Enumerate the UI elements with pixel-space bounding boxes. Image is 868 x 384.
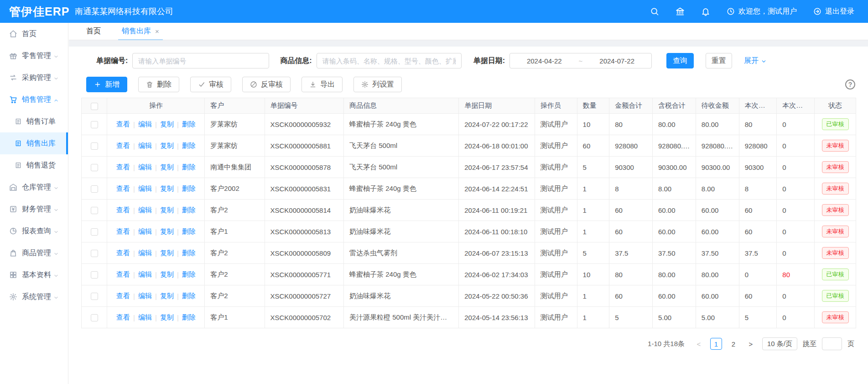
search-button[interactable]: 查询 [666,53,694,68]
close-icon[interactable]: × [155,27,159,35]
expand-link[interactable]: 展开 [744,56,767,66]
next-page-button[interactable]: > [745,338,757,350]
date-start[interactable]: 2024-04-22 [527,57,562,65]
download-button[interactable]: 导出 [301,77,343,92]
row-action-view[interactable]: 查看 [116,163,130,172]
row-checkbox[interactable] [91,207,98,214]
row-checkbox[interactable] [91,185,98,193]
row-checkbox[interactable] [91,293,98,300]
row-action-copy[interactable]: 复制 [160,227,174,236]
row-action-view[interactable]: 查看 [116,270,130,279]
ban-button[interactable]: 反审核 [242,77,291,92]
row-action-delete[interactable]: 删除 [182,292,196,300]
sidebar-item-report[interactable]: 报表查询 [0,220,68,242]
row-action-edit[interactable]: 编辑 [138,313,152,322]
row-action-copy[interactable]: 复制 [160,206,174,215]
gear-icon [361,81,369,88]
row-action-copy[interactable]: 复制 [160,184,174,193]
plus-icon [94,81,101,88]
reset-button[interactable]: 重置 [706,53,732,68]
sidebar-item-finance[interactable]: 财务管理 [0,198,68,220]
row-action-edit[interactable]: 编辑 [138,163,152,172]
row-action-view[interactable]: 查看 [116,206,130,215]
page-number-2[interactable]: 2 [728,338,739,350]
doc-no-input[interactable] [132,53,269,68]
help-icon[interactable]: ? [845,79,855,89]
date-range-picker[interactable]: 2024-04-22 ~ 2024-07-22 [509,53,652,68]
sidebar-subitem[interactable]: 销售订单 [0,110,68,132]
row-action-view[interactable]: 查看 [116,120,130,129]
bell-icon[interactable] [701,7,710,16]
logout-button[interactable]: 退出登录 [813,7,854,16]
row-action-delete[interactable]: 删除 [182,142,196,150]
row-checkbox[interactable] [91,314,98,321]
row-action-view[interactable]: 查看 [116,184,130,193]
row-action-view[interactable]: 查看 [116,227,130,236]
row-checkbox[interactable] [91,142,98,150]
plus-button[interactable]: 新增 [86,77,127,92]
row-checkbox[interactable] [91,271,98,279]
row-action-delete[interactable]: 删除 [182,163,196,172]
page-size-select[interactable]: 10 条/页 [762,337,797,350]
sidebar-item-retail[interactable]: 零售管理 [0,45,68,67]
sidebar-item-cart[interactable]: 销售管理 [0,89,68,110]
row-action-view[interactable]: 查看 [116,142,130,150]
row-action-edit[interactable]: 编辑 [138,206,152,215]
row-action-view[interactable]: 查看 [116,249,130,258]
check-button[interactable]: 审核 [190,77,231,92]
row-action-copy[interactable]: 复制 [160,142,174,150]
sidebar-item-goods[interactable]: 商品管理 [0,242,68,264]
row-action-edit[interactable]: 编辑 [138,249,152,258]
row-action-delete[interactable]: 删除 [182,120,196,129]
tab-home[interactable]: 首页 [86,23,101,40]
sidebar-item-system[interactable]: 系统管理 [0,286,68,308]
search-icon[interactable] [650,7,659,16]
row-action-edit[interactable]: 编辑 [138,292,152,300]
sidebar-subitem[interactable]: 销售退货 [0,154,68,176]
row-action-view[interactable]: 查看 [116,313,130,322]
row-action-delete[interactable]: 删除 [182,227,196,236]
sidebar-item-purchase[interactable]: 采购管理 [0,67,68,89]
row-checkbox[interactable] [91,164,98,171]
cell-debt: 0 [777,157,815,178]
welcome-user[interactable]: 欢迎您，测试用户 [727,7,797,16]
row-action-copy[interactable]: 复制 [160,270,174,279]
row-action-edit[interactable]: 编辑 [138,270,152,279]
bank-icon[interactable] [676,7,685,16]
link-separator: | [155,185,157,193]
sidebar-item-warehouse[interactable]: 仓库管理 [0,176,68,198]
row-action-edit[interactable]: 编辑 [138,184,152,193]
row-action-delete[interactable]: 删除 [182,206,196,215]
page-number-1[interactable]: 1 [710,338,722,350]
row-action-delete[interactable]: 删除 [182,270,196,279]
sidebar-item-home[interactable]: 首页 [0,23,68,45]
product-input[interactable] [317,53,462,68]
row-action-edit[interactable]: 编辑 [138,142,152,150]
row-action-edit[interactable]: 编辑 [138,120,152,129]
trash-button[interactable]: 删除 [138,77,179,92]
jump-page-input[interactable] [822,337,842,350]
row-action-copy[interactable]: 复制 [160,163,174,172]
row-checkbox[interactable] [91,121,98,128]
row-action-edit[interactable]: 编辑 [138,227,152,236]
cell-doc-no: XSCK00000005878 [265,157,344,178]
row-action-copy[interactable]: 复制 [160,120,174,129]
row-action-delete[interactable]: 删除 [182,184,196,193]
table-row: 查看|编辑|复制|删除 客户2 XSCK00000005814 奶油味爆米花 2… [82,200,856,221]
row-checkbox[interactable] [91,250,98,257]
tab-sales-outbound[interactable]: 销售出库× [122,23,159,40]
sidebar-subitem[interactable]: 销售出库 [0,132,68,154]
row-action-view[interactable]: 查看 [116,292,130,300]
row-checkbox[interactable] [91,228,98,236]
date-end[interactable]: 2024-07-22 [599,57,634,65]
sidebar-item-basic[interactable]: 基本资料 [0,264,68,286]
row-action-copy[interactable]: 复制 [160,313,174,322]
cell-operator: 测试用户 [535,285,577,307]
prev-page-button[interactable]: < [693,338,705,350]
row-action-delete[interactable]: 删除 [182,249,196,258]
row-action-copy[interactable]: 复制 [160,292,174,300]
row-action-copy[interactable]: 复制 [160,249,174,258]
row-action-delete[interactable]: 删除 [182,313,196,322]
select-all-checkbox[interactable] [91,103,98,110]
gear-button[interactable]: 列设置 [353,77,402,92]
